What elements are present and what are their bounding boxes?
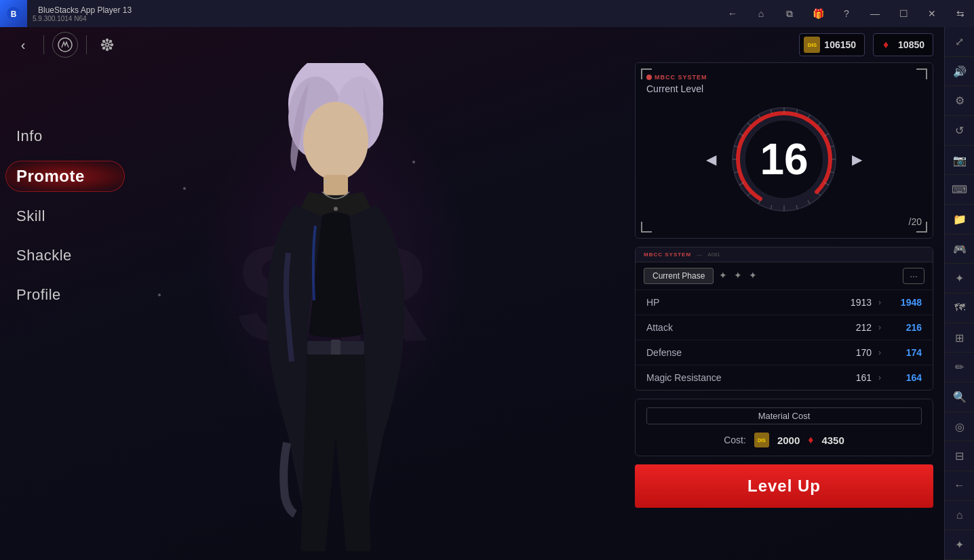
close-btn[interactable]: ✕	[918, 0, 946, 27]
stat-name-hp: HP	[646, 297, 838, 308]
dot1	[183, 187, 186, 190]
stat-row-attack: Attack 212 › 216	[636, 315, 933, 340]
rs-search-icon[interactable]: 🔍	[945, 382, 975, 412]
gem-icon: ♦	[878, 37, 894, 53]
nav-item-shackle[interactable]: Shackle	[0, 236, 129, 275]
rs-edit-icon[interactable]: ✏	[945, 353, 975, 382]
stat-current-attack: 212	[838, 322, 872, 333]
rs-apps-icon[interactable]: ⊞	[945, 323, 975, 353]
minimize-btn[interactable]: —	[861, 0, 889, 27]
level-display: ◀	[646, 105, 922, 214]
rs-record-icon[interactable]: ◎	[945, 412, 975, 442]
titlebar-buttons: ← ⌂ ⧉ 🎁 ? — ☐ ✕ ⇆	[719, 0, 974, 27]
topbar-m-icon[interactable]	[52, 32, 78, 58]
game-area: ‹	[0, 27, 944, 560]
rs-nav-back-icon[interactable]: ←	[945, 471, 975, 501]
rs-expand-icon[interactable]: ⤢	[945, 27, 975, 57]
current-level-label: Current Level	[646, 83, 922, 94]
rs-rotate-icon[interactable]: ↺	[945, 116, 975, 146]
topbar-network-icon[interactable]	[95, 33, 119, 57]
stat-next-magic: 164	[888, 372, 922, 383]
app-icon: B	[0, 0, 27, 27]
nav-item-promote[interactable]: Promote	[0, 156, 129, 197]
multitask-btn[interactable]: ⧉	[776, 0, 803, 27]
rs-map-icon[interactable]: 🗺	[945, 294, 975, 323]
level-prev-arrow[interactable]: ◀	[706, 151, 716, 167]
stat-current-hp: 1913	[838, 297, 872, 308]
cost-label: Cost:	[724, 435, 746, 445]
stat-arrow-hp: ›	[878, 298, 881, 307]
material-cost-row: Cost: DIS 2000 ♦ 4350	[646, 433, 922, 447]
stat-arrow-defense: ›	[878, 348, 881, 357]
mat-dis-icon: DIS	[754, 433, 769, 447]
rs-minus-icon[interactable]: ⊟	[945, 441, 975, 471]
phase-star-2: ✦	[734, 270, 746, 282]
rs-folder-icon[interactable]: 📁	[945, 205, 975, 235]
rs-settings-icon[interactable]: ⚙	[945, 86, 975, 116]
bracket-bl	[641, 222, 652, 233]
currency-dis[interactable]: DIS 106150	[799, 33, 865, 56]
dis-icon: DIS	[804, 37, 820, 53]
rs-keyboard-icon[interactable]: ⌨	[945, 175, 975, 205]
rs-screenshot-icon[interactable]: 📷	[945, 146, 975, 176]
stats-sys-id: A081	[707, 252, 720, 258]
currency-gem[interactable]: ♦ 10850	[873, 33, 933, 56]
topbar-divider2	[86, 35, 87, 54]
svg-point-3	[106, 43, 109, 46]
level-section: MBCC SYSTEM Current Level ◀	[635, 62, 933, 239]
phase-more-button[interactable]: ···	[903, 268, 924, 284]
level-circle: 16	[730, 105, 838, 214]
gem-cost-amount: 4350	[821, 435, 844, 446]
game-back-button[interactable]: ‹	[11, 33, 35, 57]
right-panel: MBCC SYSTEM Current Level ◀	[635, 62, 933, 508]
material-section: Material Cost Cost: DIS 2000 ♦ 4350	[635, 399, 933, 456]
stat-arrow-magic: ›	[878, 373, 881, 382]
stats-topbar: MBCC SYSTEM — A081	[636, 247, 933, 262]
right-sidebar: ⤢ 🔊 ⚙ ↺ 📷 ⌨ 📁 🎮 ✦ 🗺 ⊞ ✏ 🔍 ◎ ⊟ ← ⌂ ✦	[944, 0, 974, 560]
svg-rect-16	[324, 175, 348, 195]
nav-item-profile[interactable]: Profile	[0, 275, 129, 315]
rs-nav-home-icon[interactable]: ⌂	[945, 501, 975, 531]
left-nav: Info Promote Skill Shackle Profile	[0, 62, 129, 560]
help-btn[interactable]: ?	[833, 0, 860, 27]
stat-name-magic: Magic Resistance	[646, 372, 838, 383]
switch-btn[interactable]: ⇆	[947, 0, 974, 27]
svg-rect-18	[331, 340, 340, 356]
level-system-label: MBCC SYSTEM	[646, 74, 922, 81]
phase-star-1: ✦	[719, 270, 731, 282]
stat-name-defense: Defense	[646, 347, 838, 358]
rs-gamepad-icon[interactable]: 🎮	[945, 235, 975, 264]
app-title: BlueStacks App Player 13	[33, 5, 137, 15]
stats-section: MBCC SYSTEM — A081 Current Phase ✦ ✦ ✦ ·…	[635, 247, 933, 391]
rs-sound-icon[interactable]: 🔊	[945, 57, 975, 87]
svg-text:B: B	[11, 9, 17, 19]
level-next-arrow[interactable]: ▶	[852, 151, 862, 167]
game-topbar: ‹	[0, 27, 944, 62]
level-up-button[interactable]: Level Up	[635, 464, 933, 508]
level-number: 16	[760, 134, 808, 184]
svg-point-15	[303, 102, 368, 180]
maximize-btn[interactable]: ☐	[890, 0, 917, 27]
stat-current-magic: 161	[838, 372, 872, 383]
gift-btn[interactable]: 🎁	[804, 0, 832, 27]
nav-item-skill[interactable]: Skill	[0, 197, 129, 236]
stat-arrow-attack: ›	[878, 323, 881, 332]
rs-star-icon[interactable]: ✦	[945, 264, 975, 294]
rs-nav-star-icon[interactable]: ✦	[945, 530, 975, 560]
character-art: SR	[81, 27, 590, 560]
nav-item-info[interactable]: Info	[0, 117, 129, 156]
svg-point-6	[111, 44, 113, 46]
stat-next-attack: 216	[888, 322, 922, 333]
currency-group: DIS 106150 ♦ 10850	[799, 33, 933, 56]
svg-point-11	[106, 49, 109, 51]
current-phase-button[interactable]: Current Phase	[644, 268, 714, 284]
svg-point-8	[110, 41, 112, 43]
phase-stars: ✦ ✦ ✦	[719, 270, 761, 282]
material-header: Material Cost	[646, 407, 922, 424]
dis-cost-amount: 2000	[777, 435, 800, 446]
stat-next-defense: 174	[888, 347, 922, 358]
svg-point-5	[102, 44, 104, 46]
level-max: /20	[646, 216, 922, 227]
home-btn[interactable]: ⌂	[747, 0, 775, 27]
back-btn[interactable]: ←	[719, 0, 746, 27]
